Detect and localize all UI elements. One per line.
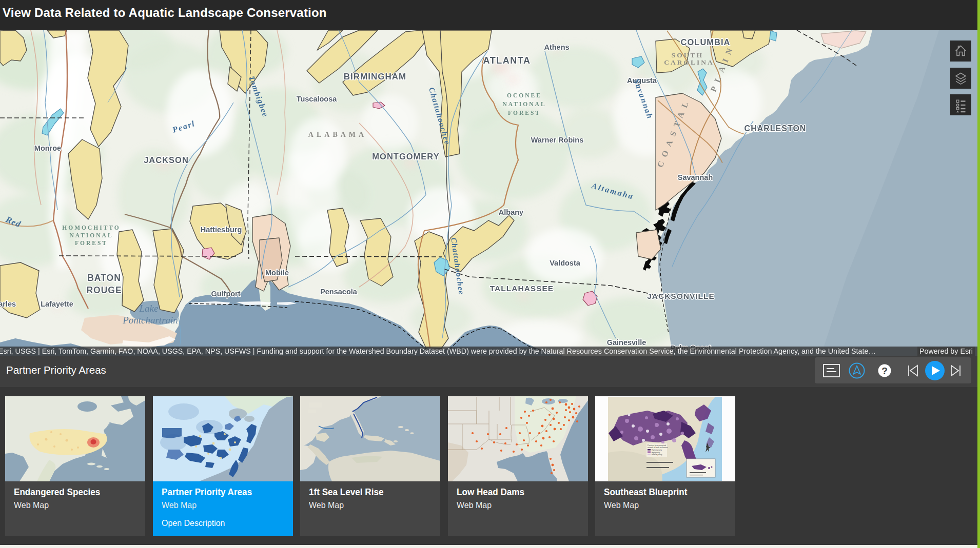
svg-text:JACKSONVILLE: JACKSONVILLE xyxy=(647,292,715,300)
svg-text:ROUGE: ROUGE xyxy=(86,285,122,295)
svg-text:Medium priority: Medium priority xyxy=(652,454,662,456)
svg-text:Lake Charles: Lake Charles xyxy=(0,300,16,308)
svg-text:NATIONAL: NATIONAL xyxy=(502,101,546,107)
svg-text:Mobile: Mobile xyxy=(265,269,289,277)
svg-text:HOMOCHITTO: HOMOCHITTO xyxy=(62,225,121,231)
svg-text:OCONEE: OCONEE xyxy=(507,92,542,98)
svg-text:NATIONAL: NATIONAL xyxy=(69,232,113,238)
svg-text:Savannah: Savannah xyxy=(678,173,713,181)
svg-text:CAROLINA: CAROLINA xyxy=(664,58,714,66)
svg-text:Gulfport: Gulfport xyxy=(211,290,240,298)
svg-text:COLUMBIA: COLUMBIA xyxy=(681,37,731,47)
svg-text:ATLANTA: ATLANTA xyxy=(483,55,531,66)
svg-text:BATON: BATON xyxy=(87,273,121,283)
svg-text:Lake: Lake xyxy=(139,303,159,314)
svg-text:SOUTH: SOUTH xyxy=(672,51,703,59)
svg-text:JACKSON: JACKSON xyxy=(144,155,189,165)
svg-text:FOREST: FOREST xyxy=(508,110,541,116)
svg-text:Hattiesburg: Hattiesburg xyxy=(201,226,242,234)
svg-text:BIRMINGHAM: BIRMINGHAM xyxy=(344,72,406,82)
svg-text:Pontchartrain: Pontchartrain xyxy=(122,315,178,326)
svg-text:Lafayette: Lafayette xyxy=(41,300,73,308)
svg-text:Monroe: Monroe xyxy=(34,144,61,152)
svg-text:Warner Robins: Warner Robins xyxy=(531,136,584,144)
svg-text:Pensacola: Pensacola xyxy=(320,288,358,296)
svg-text:High priority: High priority xyxy=(652,452,660,454)
svg-text:Athens: Athens xyxy=(544,43,569,51)
svg-text:network of lands and waters: network of lands and waters xyxy=(648,446,668,449)
svg-text:CHARLESTON: CHARLESTON xyxy=(744,124,807,133)
svg-text:TALLAHASSEE: TALLAHASSEE xyxy=(490,284,554,293)
svg-text:ALABAMA: ALABAMA xyxy=(308,131,367,138)
svg-text:Valdosta: Valdosta xyxy=(550,259,581,267)
svg-text:MONTGOMERY: MONTGOMERY xyxy=(372,152,439,161)
svg-text:Highest priority: Highest priority xyxy=(652,449,662,451)
svg-text:FOREST: FOREST xyxy=(75,240,108,246)
svg-text:Tuscaloosa: Tuscaloosa xyxy=(297,95,338,103)
svg-text:?: ? xyxy=(881,366,888,376)
svg-text:Albany: Albany xyxy=(499,208,523,216)
svg-text:Gainesville: Gainesville xyxy=(607,338,646,347)
